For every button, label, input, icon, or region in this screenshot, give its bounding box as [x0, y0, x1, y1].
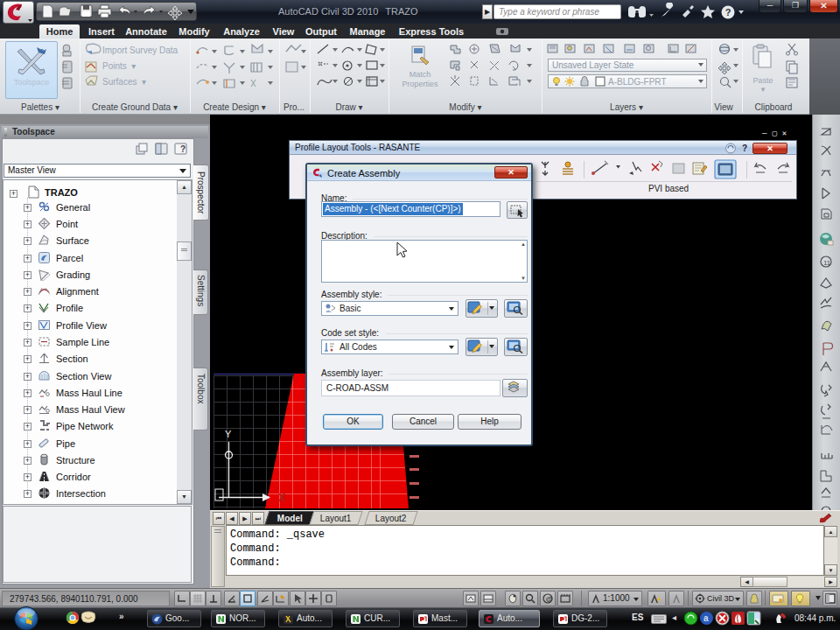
svg-text:Y: Y [225, 429, 232, 439]
svg-text:?: ? [180, 144, 186, 154]
svg-text:@: @ [546, 595, 553, 603]
svg-text:X: X [278, 492, 285, 504]
svg-text:?: ? [742, 144, 747, 153]
svg-text:a: a [704, 613, 709, 623]
svg-text:11: 11 [823, 259, 831, 267]
svg-text:?: ? [725, 7, 732, 18]
